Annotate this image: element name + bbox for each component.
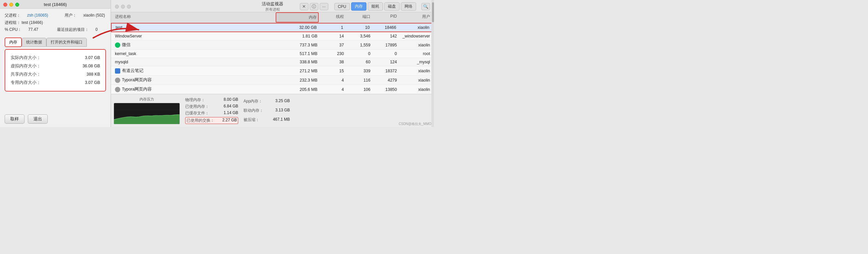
table-row[interactable]: kernel_task 517.1 MB 230 0 0 root [111, 50, 434, 58]
stat-value: 6.84 GB [224, 104, 238, 109]
left-panel: test (18466) 父进程： zsh (16065) 用户： xiaoli… [0, 0, 111, 127]
left-titlebar: test (18466) [0, 0, 111, 9]
process-ports: 60 [345, 58, 372, 66]
right-title-group: 活动监视器 所有进程 [262, 1, 283, 12]
close-button[interactable] [3, 3, 7, 7]
user-label: 用户： [65, 12, 76, 19]
parent-process-link[interactable]: zsh (16065) [27, 12, 48, 19]
app-title: 活动监视器 [262, 1, 283, 7]
memory-details-box: 实际内存大小： 3.07 GB 虚拟内存大小： 36.08 GB 共享内存大小：… [5, 49, 106, 91]
typora-icon [115, 78, 120, 83]
info-icon-btn[interactable]: ⓘ [310, 3, 318, 10]
process-group-label: 进程组： [5, 20, 21, 25]
virtual-memory-value: 36.08 GB [83, 62, 100, 70]
process-memory: 205.6 MB [276, 86, 319, 93]
col-header-name[interactable]: 进程名称 [114, 12, 276, 23]
process-threads: 14 [319, 32, 345, 40]
col-header-user[interactable]: 用户 [398, 12, 431, 23]
process-user: xiaolin [398, 41, 431, 49]
minimize-button[interactable] [9, 3, 13, 7]
scrollbar-thumb[interactable] [432, 2, 434, 22]
process-threads: 230 [319, 50, 345, 58]
stat-row: 已缓存文件： 1.14 GB [185, 110, 238, 116]
table-row[interactable]: WindowServer 1.81 GB 14 3,546 142 _windo… [111, 32, 434, 40]
process-threads: 37 [319, 41, 345, 49]
process-name: 有道云笔记 [114, 66, 276, 75]
process-threads: 1 [318, 24, 345, 31]
stat-label: 物理内存： [185, 97, 205, 103]
process-threads: 38 [319, 58, 345, 66]
more-icon-btn[interactable]: ··· [320, 3, 328, 10]
tab-files-ports[interactable]: 打开的文件和端口 [46, 38, 87, 47]
right-minimize-button[interactable] [121, 5, 125, 9]
col-header-memory[interactable]: 内存 [276, 12, 319, 23]
tab-memory[interactable]: 内存 [5, 37, 22, 47]
col-header-threads[interactable]: 线程 [319, 12, 345, 23]
process-ports: 10 [345, 24, 371, 31]
table-row[interactable]: Typora网页内容 232.3 MB 4 116 4279 xiaolin [111, 76, 434, 85]
tab-energy[interactable]: 能耗 [368, 2, 383, 10]
col-header-ports[interactable]: 端口 [345, 12, 372, 23]
process-ports: 106 [345, 86, 372, 93]
private-memory-label: 专用内存大小： [10, 79, 41, 87]
youdao-icon [115, 68, 120, 74]
shared-memory-label: 共享内存大小： [10, 70, 41, 79]
process-pid: 18372 [372, 67, 398, 75]
window-title: test (18466) [44, 2, 67, 7]
close-icon-btn[interactable]: ✕ [300, 3, 308, 10]
virtual-memory-label: 虚拟内存大小： [10, 62, 41, 70]
real-memory-value: 3.07 GB [85, 54, 100, 62]
stat2-label: 联动内存： [244, 108, 264, 113]
right-panel: 活动监视器 所有进程 ✕ ⓘ ··· CPU 内存 能耗 磁盘 网络 🔍 进程名… [111, 0, 434, 127]
tab-disk[interactable]: 磁盘 [384, 2, 400, 10]
table-row[interactable]: mysqld 338.8 MB 38 60 124 _mysql [111, 58, 434, 66]
sample-button[interactable]: 取样 [5, 114, 25, 124]
shared-memory-value: 388 KB [87, 70, 100, 79]
process-user: xiaolin [398, 86, 431, 93]
process-pid: 18466 [371, 24, 398, 31]
quit-button[interactable]: 退出 [28, 114, 48, 124]
tab-network[interactable]: 网络 [401, 2, 416, 10]
table-row[interactable]: 有道云笔记 271.2 MB 15 339 18372 xiaolin [111, 66, 434, 76]
table-row[interactable]: Typora网页内容 205.6 MB 4 106 13850 xiaolin [111, 85, 434, 94]
tab-stats[interactable]: 统计数据 [22, 38, 46, 47]
tab-memory-right[interactable]: 内存 [351, 2, 366, 10]
stat-value: 2.27 GB [222, 118, 237, 123]
stat-row: 物理内存： 8.00 GB [185, 97, 238, 103]
stat-label: 已使用的交换： [187, 118, 214, 123]
stat-row: 已使用内存： 6.84 GB [185, 104, 238, 109]
process-ports: 0 [345, 50, 372, 58]
right-zoom-button[interactable] [127, 5, 131, 9]
process-name: test [114, 24, 275, 31]
process-user: _mysql [398, 58, 431, 66]
stat-value: 8.00 GB [224, 97, 238, 103]
scrollbar[interactable] [431, 0, 434, 127]
process-memory: 232.3 MB [276, 76, 319, 84]
col-header-pid[interactable]: PID [372, 12, 398, 23]
table-row[interactable]: test 32.00 GB 1 10 18466 xiaolin [111, 23, 434, 32]
stat-label: 已缓存文件： [185, 110, 209, 116]
tab-cpu[interactable]: CPU [334, 3, 350, 10]
process-memory: 32.00 GB [275, 24, 318, 31]
process-user: xiaolin [398, 67, 431, 75]
table-row[interactable]: 微信 737.3 MB 37 1,559 17895 xiaolin [111, 40, 434, 50]
zoom-button[interactable] [15, 3, 19, 7]
stat2-label: App内存： [244, 98, 262, 104]
memory-pressure-chart: 内存压力 [114, 97, 180, 124]
process-ports: 3,546 [345, 32, 372, 40]
chart-area [114, 103, 180, 124]
stat2-value: 3.25 GB [275, 98, 290, 104]
process-threads: 15 [319, 67, 345, 75]
process-name: mysqld [114, 58, 276, 66]
process-pid: 0 [372, 50, 398, 58]
search-icon-btn[interactable]: 🔍 [422, 3, 430, 10]
wechat-icon [115, 43, 120, 48]
table-header: 进程名称 内存 线程 端口 PID 用户 [111, 12, 434, 23]
right-titlebar: 活动监视器 所有进程 ✕ ⓘ ··· CPU 内存 能耗 磁盘 网络 🔍 [111, 0, 434, 12]
stat-label: 已使用内存： [185, 104, 209, 109]
process-pid: 17895 [372, 41, 398, 49]
bottom-buttons: 取样 退出 [5, 114, 48, 124]
process-group-value: test (18466) [22, 20, 43, 25]
memory-stats: 物理内存： 8.00 GB 已使用内存： 6.84 GB 已缓存文件： 1.14… [185, 97, 238, 124]
right-close-button[interactable] [115, 5, 119, 9]
